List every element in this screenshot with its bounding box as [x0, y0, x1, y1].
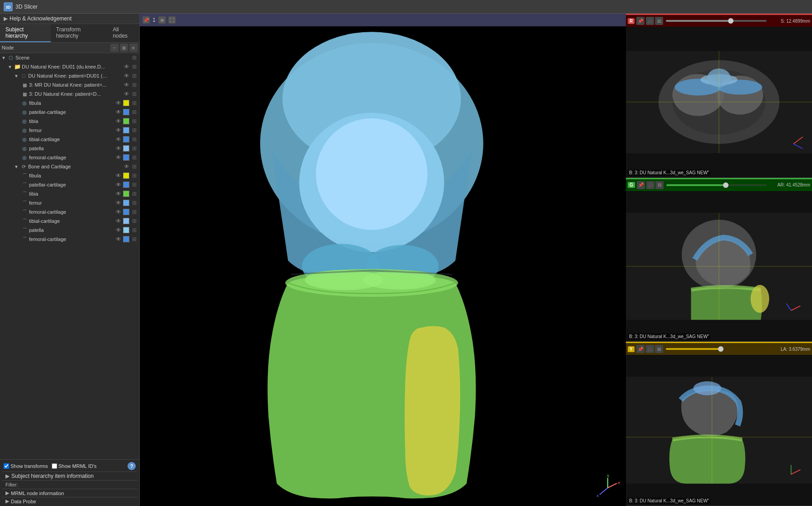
green-layout-icon[interactable]: ⊟ — [655, 181, 664, 189]
tree-item-femoral-cart2[interactable]: ⌒ femoral-cartilage 👁 ⊞ — [0, 207, 139, 216]
femur2-grid[interactable]: ⊞ — [130, 199, 138, 207]
patellar1-eye[interactable]: 👁 — [115, 108, 122, 116]
yellow-slice-slider[interactable] — [666, 348, 767, 350]
femur1-eye[interactable]: 👁 — [115, 127, 122, 134]
tree-item-femur2[interactable]: ⌒ femur 👁 ⊞ — [0, 198, 139, 207]
du-natural-eye[interactable]: 👁 — [123, 90, 130, 98]
red-layout-icon[interactable]: ⊟ — [655, 17, 663, 25]
tree-item-du01[interactable]: ▼ 📁 DU Natural Knee: DU01 (du.knee.D... … — [0, 62, 139, 71]
tab-subject-hierarchy[interactable]: Subject hierarchy — [0, 24, 51, 42]
femoral-cart1-eye[interactable]: 👁 — [115, 154, 122, 161]
scene-grid-icon[interactable]: ⊞ — [130, 54, 138, 62]
femoral-cart2-color[interactable] — [123, 209, 129, 215]
femoral-cart2-eye[interactable]: 👁 — [115, 208, 122, 216]
femoral-cart1-grid[interactable]: ⊞ — [130, 153, 138, 162]
crosshair-icon[interactable]: ⊕ — [158, 16, 166, 24]
yellow-slice-image[interactable]: B: 3: DU Natural K...3d_we_SAG NEW" — [626, 355, 812, 506]
patella2-color[interactable] — [123, 227, 129, 233]
grid-view-icon[interactable]: ⊞ — [120, 44, 128, 52]
tree-item-patellar1[interactable]: ◎ patellar-cartilage 👁 ⊞ — [0, 108, 139, 117]
tibial-cart1-eye[interactable]: 👁 — [115, 136, 122, 143]
tree-item-tibia2[interactable]: ⌒ tibia 👁 ⊞ — [0, 189, 139, 198]
patellar2-color[interactable] — [123, 182, 129, 188]
tibia2-color[interactable] — [123, 191, 129, 197]
collapse-icon[interactable]: − — [110, 44, 118, 52]
list-view-icon[interactable]: ≡ — [129, 44, 138, 52]
tibial-cart2-grid[interactable]: ⊞ — [130, 217, 138, 225]
femur2-color[interactable] — [123, 200, 129, 206]
red-slice-slider[interactable] — [666, 20, 767, 22]
tree-item-tibial-cart1[interactable]: ◎ tibial-cartilage 👁 ⊞ — [0, 135, 139, 144]
du01-arrow[interactable]: ▼ — [7, 64, 13, 69]
tibial-cart2-eye[interactable]: 👁 — [115, 217, 122, 225]
tree-item-fibula2[interactable]: ⌒ fibula 👁 ⊞ — [0, 171, 139, 180]
green-slice-image[interactable]: B: 3: DU Natural K...3d_we_SAG NEW" — [626, 191, 812, 342]
femoral-cart3-grid[interactable]: ⊞ — [130, 235, 138, 243]
green-slice-slider[interactable] — [666, 184, 767, 186]
mr-du-grid[interactable]: ⊞ — [130, 81, 138, 89]
tab-transform-hierarchy[interactable]: Transform hierarchy — [51, 24, 108, 42]
femoral-cart3-color[interactable] — [123, 236, 129, 242]
patellar1-grid[interactable]: ⊞ — [130, 108, 138, 116]
femur2-eye[interactable]: 👁 — [115, 199, 122, 206]
tree-item-tibia1[interactable]: ◎ tibia 👁 ⊞ — [0, 117, 139, 126]
help-bar[interactable]: ▶ Help & Acknowledgement — [0, 14, 139, 24]
fibula1-color[interactable] — [123, 100, 129, 106]
tibia2-grid[interactable]: ⊞ — [130, 190, 138, 198]
fibula2-eye[interactable]: 👁 — [115, 172, 122, 179]
femoral-cart3-eye[interactable]: 👁 — [115, 236, 122, 243]
tibia1-eye[interactable]: 👁 — [115, 118, 122, 125]
fibula1-eye[interactable]: 👁 — [115, 99, 122, 107]
tree-item-patella2[interactable]: ⌒ patella 👁 ⊞ — [0, 226, 139, 235]
tree-item-femoral-cart3[interactable]: ⌒ femoral-cartilage 👁 ⊞ — [0, 235, 139, 244]
tree-item-fibula1[interactable]: ◎ fibula 👁 ⊞ — [0, 98, 139, 108]
tibia1-color[interactable] — [123, 118, 129, 124]
femoral-cart2-grid[interactable]: ⊞ — [130, 208, 138, 216]
yellow-pin-icon[interactable]: 📌 — [636, 345, 645, 353]
patella2-grid[interactable]: ⊞ — [130, 226, 138, 234]
tree-item-du-natural[interactable]: ▦ 3: DU Natural Knee: patient=D... 👁 ⊞ — [0, 89, 139, 98]
du01-sub-eye[interactable]: 👁 — [123, 72, 130, 79]
du01-sub-arrow[interactable]: ▼ — [14, 73, 19, 79]
du01-grid-icon[interactable]: ⊞ — [130, 63, 138, 71]
tree-item-bone-cartilage[interactable]: ▼ ⟳ Bone and Cartilage 👁 ⊞ — [0, 162, 139, 171]
tibial-cart2-color[interactable] — [123, 218, 129, 224]
bone-cartilage-grid[interactable]: ⊞ — [130, 162, 138, 171]
fibula2-color[interactable] — [123, 172, 129, 179]
fibula1-grid[interactable]: ⊞ — [130, 99, 138, 107]
bone-cartilage-eye[interactable]: 👁 — [123, 163, 130, 170]
patella1-eye[interactable]: 👁 — [115, 145, 122, 152]
yellow-camera-icon[interactable]: 🎥 — [646, 345, 654, 353]
tree-item-scene[interactable]: ▼ ⬡ Scene ⊞ — [0, 53, 139, 62]
red-pin-icon[interactable]: 📌 — [636, 17, 645, 25]
tree-item-femur1[interactable]: ◎ femur 👁 ⊞ — [0, 126, 139, 135]
mrml-node-info[interactable]: ▶ MRML node information — [2, 489, 138, 497]
subject-hierarchy-info[interactable]: ▶ Subject hierarchy item information — [2, 472, 138, 480]
patellar2-eye[interactable]: 👁 — [115, 181, 122, 188]
tibial-cart1-grid[interactable]: ⊞ — [130, 135, 138, 143]
tree-item-tibial-cart2[interactable]: ⌒ tibial-cartilage 👁 ⊞ — [0, 216, 139, 226]
tibia2-eye[interactable]: 👁 — [115, 190, 122, 197]
du01-sub-grid[interactable]: ⊞ — [130, 72, 138, 80]
red-slice-image[interactable]: B: 3: DU Natural K...3d_we_SAG NEW" — [626, 27, 812, 177]
femoral-cart1-color[interactable] — [123, 154, 129, 161]
patella1-color[interactable] — [123, 145, 129, 152]
patella2-eye[interactable]: 👁 — [115, 226, 122, 234]
du01-eye[interactable]: 👁 — [123, 63, 130, 70]
show-transforms-checkbox[interactable]: Show transforms — [4, 463, 48, 469]
tab-all-nodes[interactable]: All nodes — [107, 24, 139, 42]
fullscreen-icon[interactable]: ⛶ — [168, 16, 176, 24]
show-mrml-input[interactable] — [52, 463, 57, 469]
mr-du-eye[interactable]: 👁 — [123, 81, 130, 88]
tree-item-femoral-cart1[interactable]: ◎ femoral-cartilage 👁 ⊞ — [0, 153, 139, 162]
patellar2-grid[interactable]: ⊞ — [130, 181, 138, 189]
fibula2-grid[interactable]: ⊞ — [130, 172, 138, 180]
red-camera-icon[interactable]: 🎥 — [646, 17, 654, 25]
femur1-color[interactable] — [123, 127, 129, 133]
pin-icon[interactable]: 📌 — [143, 16, 150, 24]
help-button[interactable]: ? — [128, 462, 136, 470]
tree-item-patellar2[interactable]: ⌒ patellar-cartilage 👁 ⊞ — [0, 180, 139, 189]
tibial-cart1-color[interactable] — [123, 136, 129, 142]
bone-cartilage-arrow[interactable]: ▼ — [14, 164, 19, 169]
show-mrml-checkbox[interactable]: Show MRML ID's — [52, 463, 97, 469]
